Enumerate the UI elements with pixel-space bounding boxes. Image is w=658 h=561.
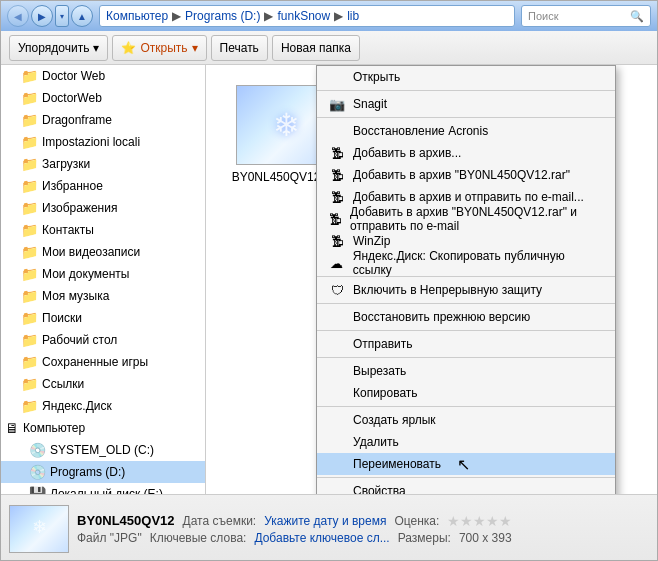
sidebar-item-moya-muzyka[interactable]: 📁 Моя музыка	[1, 285, 205, 307]
sidebar-label: SYSTEM_OLD (C:)	[50, 443, 154, 457]
sidebar-label: Dragonframe	[42, 113, 112, 127]
sidebar-item-yandex-disk[interactable]: 📁 Яндекс.Диск	[1, 395, 205, 417]
new-folder-button[interactable]: Новая папка	[272, 35, 360, 61]
ctx-sep2	[317, 117, 615, 118]
back-button[interactable]: ◀	[7, 5, 29, 27]
organize-button[interactable]: Упорядочить ▾	[9, 35, 108, 61]
ctx-rename-label: Переименовать	[353, 457, 441, 471]
sidebar-item-system-old[interactable]: 💿 SYSTEM_OLD (C:)	[1, 439, 205, 461]
ctx-open-label: Открыть	[353, 70, 400, 84]
ctx-sep5	[317, 330, 615, 331]
ctx-acronis[interactable]: Восстановление Acronis	[317, 120, 615, 142]
ctx-yandex[interactable]: ☁ Яндекс.Диск: Скопировать публичную ссы…	[317, 252, 615, 274]
ctx-add-archive-label: Добавить в архив...	[353, 146, 461, 160]
ctx-properties[interactable]: Свойства	[317, 480, 615, 494]
breadcrumb-programs[interactable]: Programs (D:)	[185, 9, 260, 23]
sidebar-label: Рабочий стол	[42, 333, 117, 347]
open-label: Открыть	[140, 41, 187, 55]
folder-icon: 📁	[21, 266, 38, 282]
ctx-add-rar-email-label: Добавить в архив "BY0NL450QV12.rar" и от…	[350, 205, 603, 233]
status-size-label: Размеры:	[398, 531, 451, 545]
ctx-sep4	[317, 303, 615, 304]
sidebar-label: DoctorWeb	[42, 91, 102, 105]
folder-icon: 📁	[21, 156, 38, 172]
title-bar: ◀ ▶ ▾ ▲ Компьютер ▶ Programs (D:) ▶ funk…	[1, 1, 657, 31]
sidebar-item-izobrazheniya[interactable]: 📁 Изображения	[1, 197, 205, 219]
breadcrumb-lib[interactable]: lib	[347, 9, 359, 23]
ctx-send[interactable]: Отправить	[317, 333, 615, 355]
ctx-open[interactable]: Открыть	[317, 66, 615, 88]
ctx-sep	[317, 90, 615, 91]
breadcrumb-funksnow[interactable]: funkSnow	[277, 9, 330, 23]
open-icon: ⭐	[121, 41, 136, 55]
sidebar-item-local-disk-e[interactable]: 💾 Локальный диск (E:)	[1, 483, 205, 494]
ctx-protect[interactable]: 🛡 Включить в Непрерывную защиту	[317, 279, 615, 301]
sidebar-item-rabochiy-stol[interactable]: 📁 Рабочий стол	[1, 329, 205, 351]
ctx-sep7	[317, 406, 615, 407]
recent-button[interactable]: ▾	[55, 5, 69, 27]
folder-icon: 📁	[21, 134, 38, 150]
sidebar-item-moi-dokumenty[interactable]: 📁 Мои документы	[1, 263, 205, 285]
ctx-rar-email-icon: 🗜	[329, 212, 342, 227]
breadcrumb-sep-2: ▶	[264, 9, 273, 23]
sidebar-label: Сохраненные игры	[42, 355, 148, 369]
ctx-copy[interactable]: Копировать	[317, 382, 615, 404]
main-layout: 📁 Doctor Web 📁 DoctorWeb 📁 Dragonframe 📁…	[1, 65, 657, 494]
sidebar-label: Мои документы	[42, 267, 129, 281]
sidebar-label: Programs (D:)	[50, 465, 125, 479]
drive-icon: 💿	[29, 464, 46, 480]
ctx-copy-label: Копировать	[353, 386, 418, 400]
ctx-create-shortcut-label: Создать ярлык	[353, 413, 436, 427]
ctx-add-rar-email[interactable]: 🗜 Добавить в архив "BY0NL450QV12.rar" и …	[317, 208, 615, 230]
ctx-cut[interactable]: Вырезать	[317, 360, 615, 382]
ctx-winzip-label: WinZip	[353, 234, 390, 248]
sidebar-item-zagruzki[interactable]: 📁 Загрузки	[1, 153, 205, 175]
sidebar-item-dragonframe[interactable]: 📁 Dragonframe	[1, 109, 205, 131]
sidebar-item-computer[interactable]: 🖥 Компьютер	[1, 417, 205, 439]
folder-icon: 📁	[21, 112, 38, 128]
ctx-add-archive[interactable]: 🗜 Добавить в архив...	[317, 142, 615, 164]
breadcrumb-sep-1: ▶	[172, 9, 181, 23]
ctx-delete[interactable]: Удалить	[317, 431, 615, 453]
folder-icon: 📁	[21, 354, 38, 370]
sidebar-label: Загрузки	[42, 157, 90, 171]
ctx-archive-icon: 🗜	[329, 146, 345, 161]
ctx-rename[interactable]: Переименовать ↖	[317, 453, 615, 475]
sidebar-item-impostazioni[interactable]: 📁 Impostazioni locali	[1, 131, 205, 153]
ctx-yandex-label: Яндекс.Диск: Скопировать публичную ссылк…	[353, 249, 603, 277]
ctx-create-shortcut[interactable]: Создать ярлык	[317, 409, 615, 431]
breadcrumb[interactable]: Компьютер ▶ Programs (D:) ▶ funkSnow ▶ l…	[99, 5, 515, 27]
ctx-restore[interactable]: Восстановить прежнюю версию	[317, 306, 615, 328]
folder-icon: 📁	[21, 398, 38, 414]
sidebar-item-doctorweb[interactable]: 📁 DoctorWeb	[1, 87, 205, 109]
sidebar-item-kontakty[interactable]: 📁 Контакты	[1, 219, 205, 241]
sidebar-label: Моя музыка	[42, 289, 109, 303]
sidebar-item-sohranennye-igry[interactable]: 📁 Сохраненные игры	[1, 351, 205, 373]
content-area: ❄ BY0NL450QV12 Открыть 📷 Snagit Восстано…	[206, 65, 657, 494]
ctx-snagit[interactable]: 📷 Snagit	[317, 93, 615, 115]
search-box[interactable]: Поиск 🔍	[521, 5, 651, 27]
sidebar-item-ssylki[interactable]: 📁 Ссылки	[1, 373, 205, 395]
status-thumbnail: ❄	[9, 505, 69, 553]
status-keywords-label: Ключевые слова:	[150, 531, 247, 545]
sidebar-label: Поиски	[42, 311, 82, 325]
sidebar-item-izbrannoe[interactable]: 📁 Избранное	[1, 175, 205, 197]
sidebar-item-doctor-web[interactable]: 📁 Doctor Web	[1, 65, 205, 87]
folder-icon: 📁	[21, 68, 38, 84]
ctx-send-label: Отправить	[353, 337, 413, 351]
print-button[interactable]: Печать	[211, 35, 268, 61]
sidebar-item-programs-d[interactable]: 💿 Programs (D:)	[1, 461, 205, 483]
status-stars[interactable]: ★★★★★	[447, 513, 512, 529]
open-button[interactable]: ⭐ Открыть ▾	[112, 35, 206, 61]
forward-button[interactable]: ▶	[31, 5, 53, 27]
ctx-add-archive-rar[interactable]: 🗜 Добавить в архив "BY0NL450QV12.rar"	[317, 164, 615, 186]
folder-icon: 📁	[21, 376, 38, 392]
drive-icon: 💿	[29, 442, 46, 458]
organize-label: Упорядочить	[18, 41, 89, 55]
sidebar-item-poiski[interactable]: 📁 Поиски	[1, 307, 205, 329]
breadcrumb-computer[interactable]: Компьютер	[106, 9, 168, 23]
organize-arrow: ▾	[93, 41, 99, 55]
sidebar-item-moi-videozapisi[interactable]: 📁 Мои видеозаписи	[1, 241, 205, 263]
up-button[interactable]: ▲	[71, 5, 93, 27]
sidebar-label: Избранное	[42, 179, 103, 193]
